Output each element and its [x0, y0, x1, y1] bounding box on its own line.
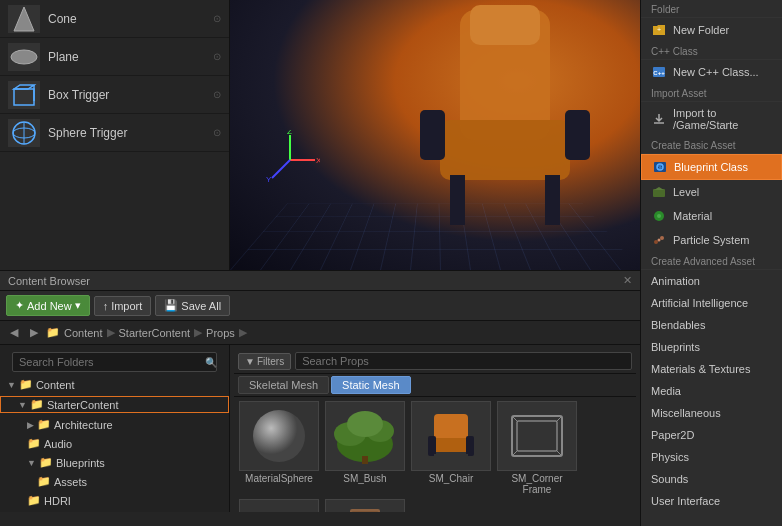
- breadcrumb-nav: ◀ ▶ 📁 Content ▶ StarterContent ▶ Props ▶: [0, 321, 640, 345]
- asset-list-panel: Cone ⊙ Plane ⊙ Box Trigger ⊙: [0, 0, 230, 270]
- import-icon: ↑: [103, 300, 109, 312]
- svg-rect-30: [466, 436, 474, 456]
- folder-search-icon: 🔍: [205, 357, 217, 368]
- menu-item-physics[interactable]: Physics: [641, 446, 782, 468]
- asset-card-sm-corner-frame[interactable]: SM_CornerFrame: [496, 401, 578, 495]
- tree-label-hdri: HDRI: [44, 495, 71, 507]
- menu-item-material[interactable]: Material: [641, 204, 782, 228]
- xyz-axes: X Z Y: [260, 130, 320, 190]
- tree-label-audio: Audio: [44, 438, 72, 450]
- svg-point-59: [657, 214, 661, 218]
- menu-item-animation[interactable]: Animation: [641, 270, 782, 292]
- sm-bush-thumb: [325, 401, 405, 471]
- breadcrumb-starter-content[interactable]: StarterContent: [119, 327, 191, 339]
- new-folder-icon: +: [651, 23, 667, 37]
- menu-item-paper2d[interactable]: Paper2D: [641, 424, 782, 446]
- tree-item-assets[interactable]: 📁 Assets: [0, 472, 229, 491]
- asset-item-cone[interactable]: Cone ⊙: [0, 0, 229, 38]
- menu-item-new-folder[interactable]: + New Folder: [641, 18, 782, 42]
- sounds-label: Sounds: [651, 473, 688, 485]
- menu-item-new-cpp[interactable]: C++ New C++ Class...: [641, 60, 782, 84]
- menu-item-sounds[interactable]: Sounds: [641, 468, 782, 490]
- plane-more-icon: ⊙: [213, 51, 221, 62]
- breadcrumb-props[interactable]: Props: [206, 327, 235, 339]
- asset-card-sm-couch[interactable]: SM_Couch: [238, 499, 320, 512]
- tree-folder-icon-hdri: 📁: [27, 494, 41, 507]
- content-browser-title: Content Browser: [8, 275, 90, 287]
- menu-item-materials-textures[interactable]: Materials & Textures: [641, 358, 782, 380]
- svg-rect-10: [420, 110, 445, 160]
- sm-corner-frame-thumb: [497, 401, 577, 471]
- svg-rect-13: [545, 175, 560, 225]
- material-sphere-thumb: [239, 401, 319, 471]
- assets-search-input[interactable]: [295, 352, 632, 370]
- breadcrumb-content[interactable]: Content: [64, 327, 103, 339]
- tree-item-starter-content[interactable]: ▼ 📁 StarterContent: [0, 394, 229, 415]
- asset-card-sm-door[interactable]: SM_Door: [324, 499, 406, 512]
- nav-forward-button[interactable]: ▶: [26, 324, 42, 341]
- asset-card-material-sphere[interactable]: MaterialSphere: [238, 401, 320, 495]
- svg-point-60: [654, 240, 658, 244]
- asset-card-sm-chair[interactable]: SM_Chair: [410, 401, 492, 495]
- new-cpp-label: New C++ Class...: [673, 66, 759, 78]
- particle-icon: [651, 233, 667, 247]
- content-browser: Content Browser ✕ ✦ Add New ▾ ↑ Import 💾…: [0, 270, 640, 526]
- menu-section-import: Import Asset: [641, 84, 782, 102]
- filters-button[interactable]: ▼ Filters: [238, 353, 291, 370]
- tree-item-maps[interactable]: 📁 Maps: [0, 510, 229, 512]
- asset-tab-bar: Skeletal Mesh Static Mesh: [234, 374, 636, 397]
- header-close-icon[interactable]: ✕: [623, 274, 632, 287]
- menu-item-particle[interactable]: Particle System: [641, 228, 782, 252]
- menu-item-blendables[interactable]: Blendables: [641, 314, 782, 336]
- media-label: Media: [651, 385, 681, 397]
- tree-item-hdri[interactable]: 📁 HDRI: [0, 491, 229, 510]
- tree-item-architecture[interactable]: ▶ 📁 Architecture: [0, 415, 229, 434]
- svg-text:Y: Y: [266, 175, 272, 184]
- paper2d-label: Paper2D: [651, 429, 694, 441]
- blueprint-icon: BP: [652, 160, 668, 174]
- tree-folder-icon-starter: 📁: [30, 398, 44, 411]
- save-icon: 💾: [164, 299, 178, 312]
- svg-rect-56: [653, 189, 665, 197]
- box-trigger-label: Box Trigger: [48, 88, 109, 102]
- menu-section-folder: Folder: [641, 0, 782, 18]
- menu-section-basic: Create Basic Asset: [641, 136, 782, 154]
- import-button[interactable]: ↑ Import: [94, 296, 152, 316]
- tree-arrow-content: ▼: [7, 380, 16, 390]
- asset-item-box-trigger[interactable]: Box Trigger ⊙: [0, 76, 229, 114]
- svg-rect-27: [434, 414, 468, 442]
- menu-item-miscellaneous[interactable]: Miscellaneous: [641, 402, 782, 424]
- tree-folder-icon-arch: 📁: [37, 418, 51, 431]
- tree-item-blueprints[interactable]: ▼ 📁 Blueprints: [0, 453, 229, 472]
- add-new-button[interactable]: ✦ Add New ▾: [6, 295, 90, 316]
- svg-text:X: X: [316, 156, 320, 165]
- tree-folder-icon-assets: 📁: [37, 475, 51, 488]
- menu-item-blueprints[interactable]: Blueprints: [641, 336, 782, 358]
- menu-item-import[interactable]: Import to /Game/Starte: [641, 102, 782, 136]
- save-all-button[interactable]: 💾 Save All: [155, 295, 230, 316]
- menu-item-media[interactable]: Media: [641, 380, 782, 402]
- blueprints-label: Blueprints: [651, 341, 700, 353]
- asset-card-sm-bush[interactable]: SM_Bush: [324, 401, 406, 495]
- menu-item-ai[interactable]: Artificial Intelligence: [641, 292, 782, 314]
- tree-label-starter: StarterContent: [47, 399, 119, 411]
- tab-skeletal-mesh[interactable]: Skeletal Mesh: [238, 376, 329, 394]
- sphere-more-icon: ⊙: [213, 127, 221, 138]
- tree-item-content[interactable]: ▼ 📁 Content: [0, 375, 229, 394]
- menu-item-level[interactable]: Level: [641, 180, 782, 204]
- svg-point-61: [660, 236, 664, 240]
- nav-back-button[interactable]: ◀: [6, 324, 22, 341]
- svg-rect-33: [512, 416, 562, 456]
- tab-static-mesh[interactable]: Static Mesh: [331, 376, 410, 394]
- material-sphere-label: MaterialSphere: [245, 473, 313, 484]
- tree-item-audio[interactable]: 📁 Audio: [0, 434, 229, 453]
- menu-item-user-interface[interactable]: User Interface: [641, 490, 782, 512]
- import-icon: [651, 112, 667, 126]
- asset-item-plane[interactable]: Plane ⊙: [0, 38, 229, 76]
- asset-item-sphere-trigger[interactable]: Sphere Trigger ⊙: [0, 114, 229, 152]
- folder-search-input[interactable]: [12, 352, 217, 372]
- add-new-icon: ✦: [15, 299, 24, 312]
- cone-label: Cone: [48, 12, 77, 26]
- assets-panel: ▼ Filters Skeletal Mesh Static Mesh: [230, 345, 640, 512]
- menu-item-blueprint-class[interactable]: BP Blueprint Class: [641, 154, 782, 180]
